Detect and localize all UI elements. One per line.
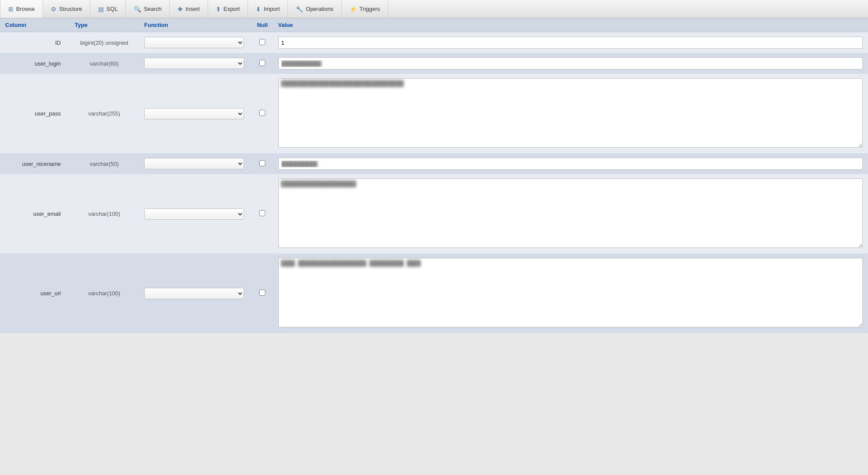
- toolbar: ⊞Browse⚙Structure▤SQL🔍Search✚Insert⬆Expo…: [0, 0, 868, 18]
- field-value-row-user-url[interactable]: [273, 254, 868, 333]
- field-type-row-user-email: varchar(100): [69, 174, 139, 254]
- function-select-row-user-email[interactable]: [144, 208, 244, 220]
- value-input-row-id[interactable]: [278, 36, 863, 49]
- header-function: Function: [139, 18, 252, 32]
- function-select-row-user-login[interactable]: [144, 58, 244, 69]
- tab-triggers[interactable]: ⚡Triggers: [342, 0, 388, 18]
- field-column-row-user-login: user_login: [0, 53, 69, 74]
- table-row: user_urlvarchar(100): [0, 254, 868, 333]
- function-select-row-user-pass[interactable]: [144, 108, 244, 119]
- null-checkbox-row-user-login[interactable]: [259, 60, 265, 66]
- field-column-row-user-email: user_email: [0, 174, 69, 254]
- field-null-row-user-url[interactable]: [252, 254, 273, 333]
- table-row: user_nicenamevarchar(50): [0, 153, 868, 174]
- import-icon: ⬇: [256, 6, 261, 13]
- structure-label: Structure: [59, 6, 82, 12]
- field-column-row-user-nicename: user_nicename: [0, 153, 69, 174]
- null-checkbox-row-user-nicename[interactable]: [259, 160, 265, 166]
- value-input-row-user-nicename[interactable]: [278, 158, 863, 170]
- field-value-row-user-nicename[interactable]: [273, 153, 868, 174]
- field-function-row-user-nicename[interactable]: [139, 153, 252, 174]
- insert-icon: ✚: [178, 6, 183, 13]
- function-select-row-user-url[interactable]: [144, 288, 244, 299]
- table-row: user_passvarchar(255): [0, 74, 868, 153]
- field-null-row-user-pass[interactable]: [252, 74, 273, 153]
- triggers-icon: ⚡: [350, 6, 357, 13]
- data-table: Column Type Function Null Value IDbigint…: [0, 18, 868, 333]
- field-value-row-user-email[interactable]: [273, 174, 868, 254]
- field-value-row-id[interactable]: [273, 32, 868, 53]
- field-function-row-id[interactable]: [139, 32, 252, 53]
- field-type-row-user-login: varchar(60): [69, 53, 139, 74]
- field-type-row-user-pass: varchar(255): [69, 74, 139, 153]
- field-function-row-user-email[interactable]: [139, 174, 252, 254]
- sql-icon: ▤: [98, 6, 104, 13]
- export-label: Export: [224, 6, 240, 12]
- field-type-row-id: bigint(20) unsigned: [69, 32, 139, 53]
- value-textarea-row-user-pass[interactable]: [278, 78, 863, 148]
- tab-browse[interactable]: ⊞Browse: [0, 0, 43, 18]
- field-column-row-user-url: user_url: [0, 254, 69, 333]
- structure-icon: ⚙: [51, 6, 56, 13]
- header-column: Column: [0, 18, 69, 32]
- header-null: Null: [252, 18, 273, 32]
- operations-label: Operations: [306, 6, 333, 12]
- field-column-row-user-pass: user_pass: [0, 74, 69, 153]
- table-row: user_loginvarchar(60): [0, 53, 868, 74]
- field-function-row-user-url[interactable]: [139, 254, 252, 333]
- null-checkbox-row-user-pass[interactable]: [259, 110, 265, 116]
- field-null-row-user-login[interactable]: [252, 53, 273, 74]
- tab-insert[interactable]: ✚Insert: [170, 0, 208, 18]
- table-header-row: Column Type Function Null Value: [0, 18, 868, 32]
- tab-export[interactable]: ⬆Export: [208, 0, 248, 18]
- field-value-row-user-pass[interactable]: [273, 74, 868, 153]
- import-label: Import: [264, 6, 280, 12]
- triggers-label: Triggers: [360, 6, 380, 12]
- value-textarea-row-user-url[interactable]: [278, 258, 863, 327]
- field-null-row-user-email[interactable]: [252, 174, 273, 254]
- header-value: Value: [273, 18, 868, 32]
- browse-label: Browse: [16, 6, 35, 12]
- tab-import[interactable]: ⬇Import: [248, 0, 288, 18]
- table-row: user_emailvarchar(100): [0, 174, 868, 254]
- header-type: Type: [69, 18, 139, 32]
- export-icon: ⬆: [216, 6, 221, 13]
- search-label: Search: [144, 6, 162, 12]
- function-select-row-user-nicename[interactable]: [144, 158, 244, 169]
- value-input-row-user-login[interactable]: [278, 57, 863, 69]
- field-column-row-id: ID: [0, 32, 69, 53]
- field-null-row-user-nicename[interactable]: [252, 153, 273, 174]
- tab-operations[interactable]: 🔧Operations: [288, 0, 342, 18]
- search-icon: 🔍: [134, 6, 141, 13]
- table-row: IDbigint(20) unsigned: [0, 32, 868, 53]
- operations-icon: 🔧: [296, 6, 303, 13]
- tab-structure[interactable]: ⚙Structure: [43, 0, 90, 18]
- sql-label: SQL: [106, 6, 118, 12]
- insert-label: Insert: [185, 6, 200, 12]
- field-function-row-user-login[interactable]: [139, 53, 252, 74]
- field-type-row-user-url: varchar(100): [69, 254, 139, 333]
- field-function-row-user-pass[interactable]: [139, 74, 252, 153]
- tab-search[interactable]: 🔍Search: [126, 0, 170, 18]
- value-textarea-row-user-email[interactable]: [278, 178, 863, 248]
- field-type-row-user-nicename: varchar(50): [69, 153, 139, 174]
- function-select-row-id[interactable]: [144, 37, 244, 48]
- null-checkbox-row-user-url[interactable]: [259, 290, 265, 296]
- field-null-row-id[interactable]: [252, 32, 273, 53]
- field-value-row-user-login[interactable]: [273, 53, 868, 74]
- null-checkbox-row-id[interactable]: [259, 39, 265, 45]
- browse-icon: ⊞: [8, 6, 13, 13]
- tab-sql[interactable]: ▤SQL: [90, 0, 126, 18]
- null-checkbox-row-user-email[interactable]: [259, 210, 265, 216]
